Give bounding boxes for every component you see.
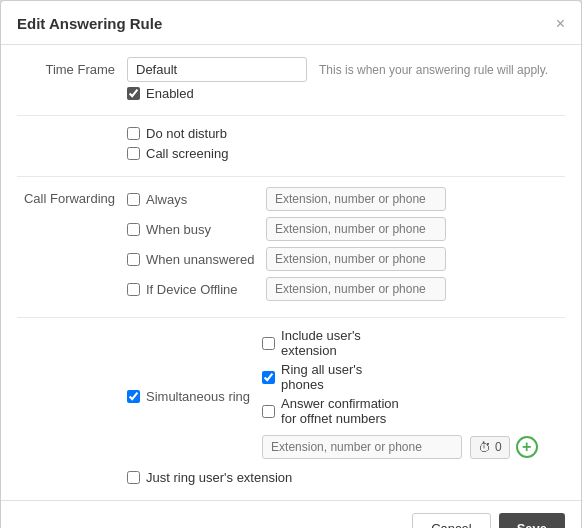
just-ring-checkbox-row: Just ring user's extension xyxy=(127,470,565,485)
when-unanswered-input[interactable] xyxy=(266,247,446,271)
divider-1 xyxy=(17,115,565,116)
call-screening-checkbox[interactable] xyxy=(127,147,140,160)
when-busy-row: When busy xyxy=(127,217,565,241)
timeframe-input-row: This is when your answering rule will ap… xyxy=(127,57,565,82)
divider-2 xyxy=(17,176,565,177)
answer-confirmation-row: Answer confirmation for offnet numbers xyxy=(262,396,538,426)
ext-number-input[interactable] xyxy=(262,435,462,459)
include-extension-label[interactable]: Include user's extension xyxy=(281,328,401,358)
timeframe-content: This is when your answering rule will ap… xyxy=(127,57,565,105)
disturbance-label xyxy=(17,126,127,131)
dialog-header: Edit Answering Rule × xyxy=(1,1,581,45)
always-input[interactable] xyxy=(266,187,446,211)
call-screening-label[interactable]: Call screening xyxy=(146,146,228,161)
when-unanswered-row: When unanswered xyxy=(127,247,565,271)
cancel-button[interactable]: Cancel xyxy=(412,513,490,528)
timeframe-row: Time Frame This is when your answering r… xyxy=(17,57,565,105)
device-offline-label[interactable]: If Device Offline xyxy=(146,282,266,297)
edit-answering-rule-dialog: Edit Answering Rule × Time Frame This is… xyxy=(0,0,582,528)
sim-ring-sub-options: Include user's extension Ring all user's… xyxy=(262,328,538,464)
call-forwarding-label: Call Forwarding xyxy=(17,187,127,206)
just-ring-spacer xyxy=(17,470,127,475)
save-button[interactable]: Save xyxy=(499,513,565,528)
timer-value: 0 xyxy=(495,440,502,454)
just-ring-label[interactable]: Just ring user's extension xyxy=(146,470,292,485)
call-forwarding-section: Call Forwarding Always When busy xyxy=(17,187,565,307)
just-ring-content: Just ring user's extension xyxy=(127,470,565,490)
disturbance-content: Do not disturb Call screening xyxy=(127,126,565,166)
dialog-footer: Cancel Save xyxy=(1,500,581,528)
dialog-body: Time Frame This is when your answering r… xyxy=(1,45,581,490)
when-busy-label[interactable]: When busy xyxy=(146,222,266,237)
include-extension-checkbox[interactable] xyxy=(262,337,275,350)
just-ring-row: Just ring user's extension xyxy=(17,470,565,490)
do-not-disturb-row: Do not disturb xyxy=(127,126,565,141)
sim-ring-spacer xyxy=(17,328,127,332)
when-unanswered-label[interactable]: When unanswered xyxy=(146,252,266,267)
clock-icon: ⏱ xyxy=(478,440,491,455)
divider-3 xyxy=(17,317,565,318)
timeframe-label: Time Frame xyxy=(17,57,127,77)
include-extension-row: Include user's extension xyxy=(262,328,538,358)
device-offline-row: If Device Offline xyxy=(127,277,565,301)
simultaneous-ring-section: Simultaneous ring Include user's extensi… xyxy=(17,328,565,470)
always-checkbox[interactable] xyxy=(127,193,140,206)
call-forwarding-options: Always When busy When unanswered xyxy=(127,187,565,307)
ring-all-phones-row: Ring all user's phones xyxy=(262,362,538,392)
when-busy-checkbox[interactable] xyxy=(127,223,140,236)
close-button[interactable]: × xyxy=(556,16,565,32)
do-not-disturb-checkbox[interactable] xyxy=(127,127,140,140)
call-screening-row: Call screening xyxy=(127,146,565,161)
timeframe-input[interactable] xyxy=(127,57,307,82)
answer-confirmation-checkbox[interactable] xyxy=(262,405,275,418)
simultaneous-ring-label[interactable]: Simultaneous ring xyxy=(146,389,250,404)
add-extension-button[interactable]: + xyxy=(516,436,538,458)
enabled-checkbox[interactable] xyxy=(127,87,140,100)
timer-button[interactable]: ⏱ 0 xyxy=(470,436,510,459)
always-label[interactable]: Always xyxy=(146,192,266,207)
timeframe-hint: This is when your answering rule will ap… xyxy=(319,63,548,77)
simultaneous-ring-checkbox[interactable] xyxy=(127,390,140,403)
device-offline-input[interactable] xyxy=(266,277,446,301)
dialog-title: Edit Answering Rule xyxy=(17,15,162,32)
always-row: Always xyxy=(127,187,565,211)
sim-ring-main-row: Simultaneous ring Include user's extensi… xyxy=(127,328,565,464)
enabled-label[interactable]: Enabled xyxy=(146,86,194,101)
when-unanswered-checkbox[interactable] xyxy=(127,253,140,266)
plus-icon: + xyxy=(522,439,531,455)
just-ring-checkbox[interactable] xyxy=(127,471,140,484)
device-offline-checkbox[interactable] xyxy=(127,283,140,296)
disturbance-row: Do not disturb Call screening xyxy=(17,126,565,166)
answer-confirmation-label[interactable]: Answer confirmation for offnet numbers xyxy=(281,396,401,426)
ext-number-row: ⏱ 0 + xyxy=(262,435,538,459)
when-busy-input[interactable] xyxy=(266,217,446,241)
ring-all-phones-checkbox[interactable] xyxy=(262,371,275,384)
sim-ring-options: Simultaneous ring Include user's extensi… xyxy=(127,328,565,470)
ring-all-phones-label[interactable]: Ring all user's phones xyxy=(281,362,401,392)
enabled-row: Enabled xyxy=(127,86,565,101)
do-not-disturb-label[interactable]: Do not disturb xyxy=(146,126,227,141)
